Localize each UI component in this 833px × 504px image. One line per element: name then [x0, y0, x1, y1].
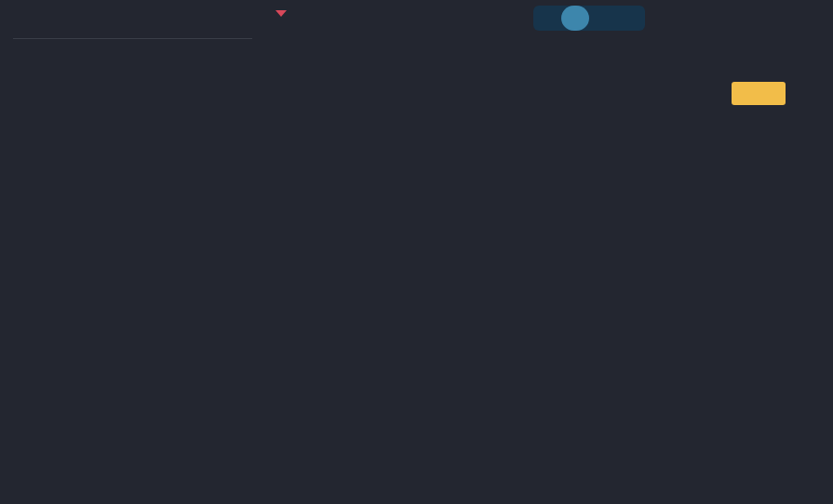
price-chart[interactable] — [96, 58, 766, 249]
range-button-10-ngay[interactable] — [589, 6, 617, 31]
range-button-5-ngay[interactable] — [561, 6, 589, 31]
traded-value-chart[interactable] — [96, 280, 766, 447]
down-triangle-icon — [275, 10, 287, 17]
range-button-1-ngay[interactable] — [533, 6, 561, 31]
trading-dashboard: { "header": { "title": "VNINDEX", "subti… — [0, 0, 833, 504]
reference-price-label — [732, 82, 786, 105]
range-button-1-thang[interactable] — [617, 6, 645, 31]
price-block — [259, 2, 292, 17]
header-divider — [13, 38, 252, 39]
range-button-group — [533, 6, 645, 31]
